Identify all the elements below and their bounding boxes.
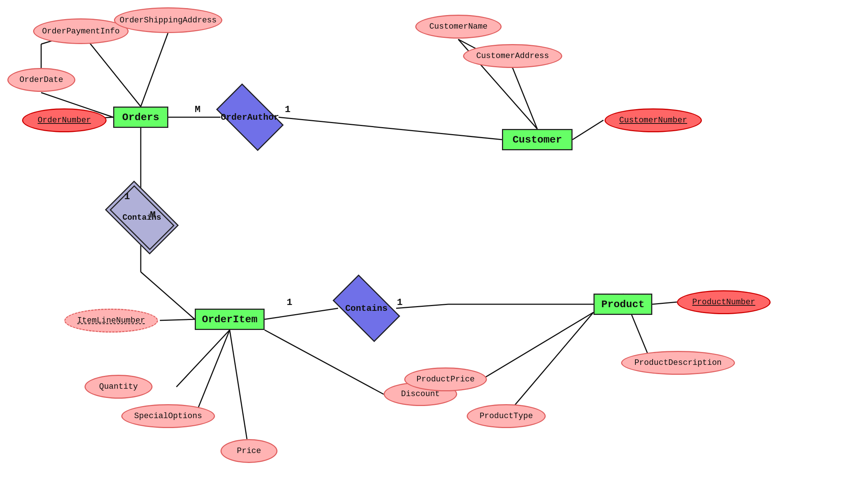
attr-customername-label: CustomerName (429, 22, 487, 31)
svg-line-21 (505, 312, 593, 416)
entity-customer: Customer (502, 129, 573, 150)
attr-itemlinenumber-label: ItemLineNumber (77, 316, 145, 325)
cardinality-one3: 1 (287, 297, 293, 308)
attr-orderpaymentinfo-label: OrderPaymentInfo (42, 27, 119, 36)
svg-line-22 (160, 319, 195, 320)
entity-orders-label: Orders (122, 112, 159, 123)
svg-line-9 (513, 68, 537, 129)
entity-orderitem-label: OrderItem (202, 314, 257, 325)
attr-productnumber-label: ProductNumber (692, 298, 756, 307)
svg-line-26 (230, 330, 247, 439)
cardinality-m1: M (195, 104, 201, 115)
attr-quantity: Quantity (85, 375, 153, 399)
attr-productprice: ProductPrice (404, 367, 487, 391)
attr-ordershippingaddress-label: OrderShippingAddress (119, 16, 216, 25)
attr-orderdate-label: OrderDate (19, 75, 63, 85)
svg-line-14 (141, 272, 195, 319)
svg-line-7 (279, 117, 502, 140)
svg-line-23 (176, 330, 230, 387)
attr-producttype-label: ProductType (480, 412, 533, 421)
svg-line-20 (481, 312, 593, 380)
attr-customernumber-label: CustomerNumber (619, 116, 687, 125)
cardinality-m2: M (150, 209, 156, 220)
attr-quantity-label: Quantity (99, 382, 138, 391)
svg-line-1 (141, 33, 168, 107)
er-diagram: Orders Customer OrderItem Product OrderA… (0, 0, 868, 492)
attr-specialoptions-label: SpecialOptions (134, 412, 202, 421)
relation-orderauthor-label: OrderAuthor (221, 112, 279, 122)
svg-line-24 (195, 330, 230, 416)
attr-productnumber: ProductNumber (677, 290, 771, 314)
svg-line-16 (396, 304, 448, 308)
svg-line-15 (265, 308, 338, 319)
cardinality-one1: 1 (285, 104, 291, 115)
attr-price: Price (220, 439, 277, 463)
svg-line-25 (265, 330, 384, 394)
attr-productdescription-label: ProductDescription (634, 358, 722, 367)
attr-producttype: ProductType (467, 404, 546, 428)
cardinality-one4: 1 (397, 297, 403, 308)
attr-customernumber: CustomerNumber (605, 108, 702, 132)
cardinality-one2: 1 (124, 191, 130, 202)
attr-productdescription: ProductDescription (621, 351, 735, 375)
attr-specialoptions: SpecialOptions (121, 404, 215, 428)
attr-customeraddress-label: CustomerAddress (476, 51, 549, 61)
entity-product-label: Product (601, 299, 645, 310)
attr-customeraddress: CustomerAddress (463, 44, 562, 68)
attr-productprice-label: ProductPrice (416, 375, 474, 384)
attr-price-label: Price (237, 446, 261, 456)
svg-line-11 (573, 120, 603, 140)
entity-product: Product (593, 294, 652, 315)
attr-ordernumber: OrderNumber (22, 108, 107, 132)
relation-contains1: Contains (111, 198, 173, 237)
relation-contains2: Contains (337, 290, 396, 327)
entity-customer-label: Customer (513, 134, 562, 146)
relation-orderauthor: OrderAuthor (220, 99, 280, 136)
entity-orders: Orders (113, 107, 168, 128)
entity-orderitem: OrderItem (195, 309, 265, 330)
attr-customername: CustomerName (415, 15, 502, 39)
attr-ordernumber-label: OrderNumber (37, 116, 91, 125)
attr-orderdate: OrderDate (7, 68, 75, 92)
relation-contains2-label: Contains (345, 304, 387, 313)
attr-ordershippingaddress: OrderShippingAddress (114, 7, 222, 33)
attr-itemlinenumber: ItemLineNumber (64, 309, 158, 333)
svg-line-18 (652, 302, 677, 304)
